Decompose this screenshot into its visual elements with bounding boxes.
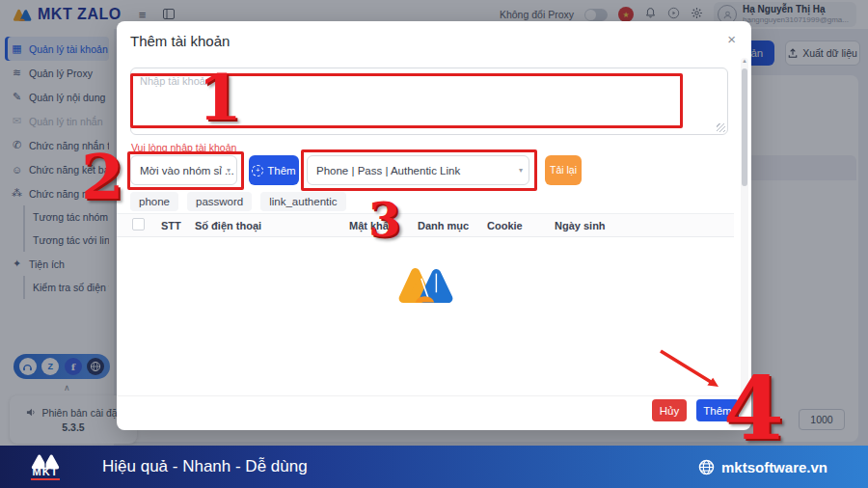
close-icon[interactable]: × (727, 32, 736, 46)
format-tab[interactable]: phone (130, 192, 178, 211)
add-icon: + (252, 165, 263, 176)
select-all-cell (132, 218, 161, 232)
resize-handle[interactable] (717, 123, 725, 132)
select-all-checkbox[interactable] (132, 218, 145, 230)
cancel-button[interactable]: Hủy (652, 399, 687, 421)
table-column-header: Ngày sinh (555, 220, 632, 231)
table-column-header: Danh mục (418, 220, 487, 231)
modal-title: Thêm tài khoản (130, 33, 230, 49)
annotation-step-3: 3 (368, 197, 400, 243)
format-tabs: phone password link_authentic (130, 192, 346, 211)
footer-slogan: Hiệu quả - Nhanh - Dễ dùng (102, 457, 308, 476)
footer-website[interactable]: mktsoftware.vn (698, 459, 827, 475)
annotation-step-2: 2 (81, 147, 124, 208)
format-tab[interactable]: link_authentic (260, 192, 345, 211)
empty-state (117, 262, 734, 307)
footer-logo: MKT (29, 454, 62, 480)
annotation-step-1: 1 (198, 66, 242, 129)
app-window: MKT ZALO ≡ Không đổi Proxy ★ (0, 0, 868, 488)
modal-footer: Hủy Thêm (117, 395, 751, 430)
format-tab[interactable]: password (187, 192, 252, 211)
annotation-box-format (301, 149, 537, 191)
mkt-cloud-logo-icon (395, 262, 455, 307)
modal-scrollbar[interactable]: ▲ ▼ (741, 58, 748, 397)
scrollbar-thumb[interactable] (742, 68, 747, 186)
reload-button[interactable]: Tải lại (545, 155, 582, 185)
table-column-header: Số điện thoại (195, 220, 349, 231)
footer-logo-text: MKT (33, 467, 59, 477)
annotation-arrow (651, 345, 733, 398)
table-column-header: STT (161, 220, 195, 231)
footer-logo-tagline (31, 478, 60, 480)
annotation-box-category (127, 151, 244, 190)
add-category-button[interactable]: + Thêm (249, 155, 299, 185)
globe-icon (698, 459, 715, 475)
modal-table-header: STT Số điện thoại Mật khẩu Danh mục Cook… (117, 213, 734, 237)
scroll-up-icon[interactable]: ▲ (741, 58, 748, 64)
table-column-header: Cookie (487, 220, 555, 231)
